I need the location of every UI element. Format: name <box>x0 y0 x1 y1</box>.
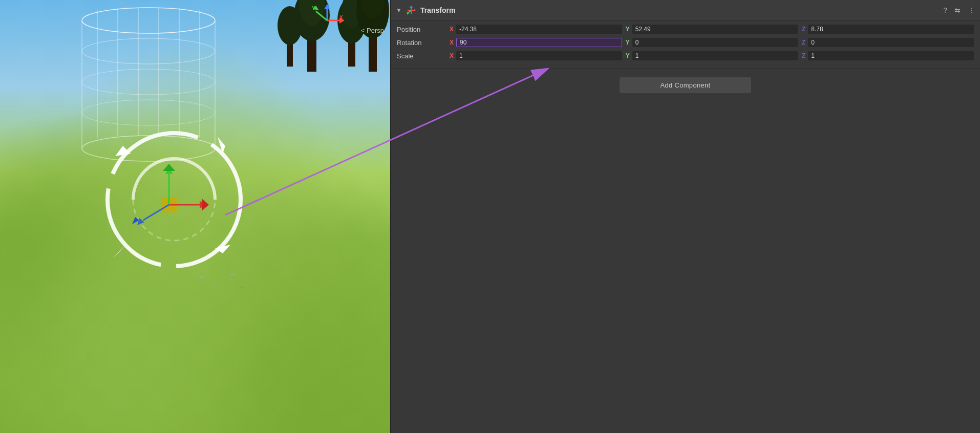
rotation-z-letter: Z <box>800 39 807 46</box>
svg-text:Z: Z <box>326 4 329 8</box>
rotation-y-letter: Y <box>624 39 631 46</box>
transform-title: Transform <box>420 6 939 14</box>
debris <box>195 266 256 297</box>
svg-marker-38 <box>163 164 175 171</box>
rotation-inputs: X Y Z <box>448 38 974 47</box>
scale-inputs: X Y Z <box>448 51 974 60</box>
svg-text:X: X <box>339 15 343 20</box>
rotation-z-input[interactable] <box>808 38 974 47</box>
scale-z-group: Z <box>800 51 974 60</box>
svg-marker-37 <box>202 199 209 211</box>
preset-button[interactable]: ⇆ <box>954 6 961 14</box>
svg-marker-54 <box>410 6 413 8</box>
rotation-y-group: Y <box>624 38 798 47</box>
rotation-z-group: Z <box>800 38 974 47</box>
scale-x-input[interactable] <box>456 51 622 60</box>
scale-z-input[interactable] <box>808 51 974 60</box>
scale-label: Scale <box>397 52 448 60</box>
more-options-button[interactable]: ⋮ <box>968 6 975 14</box>
svg-rect-41 <box>215 284 218 285</box>
position-x-group: X <box>448 25 622 34</box>
svg-rect-43 <box>241 286 243 288</box>
position-y-group: Y <box>624 25 798 34</box>
position-y-letter: Y <box>624 26 631 33</box>
svg-rect-40 <box>200 275 204 279</box>
scale-x-letter: X <box>448 52 455 59</box>
svg-point-23 <box>82 69 215 95</box>
position-label: Position <box>397 26 448 33</box>
svg-marker-56 <box>414 9 416 12</box>
position-row: Position X Y Z <box>397 24 974 35</box>
viewport-panel: Z X Y < Persp <box>0 0 390 433</box>
svg-point-8 <box>278 6 302 45</box>
transform-component-header: ▼ Transform ? ⇆ ⋮ <box>391 0 980 20</box>
perspective-label: < Persp <box>361 27 384 34</box>
rotation-x-group: X <box>448 38 622 47</box>
rotation-y-input[interactable] <box>632 38 798 47</box>
add-component-button[interactable]: Add Component <box>620 77 752 93</box>
position-y-input[interactable] <box>632 25 798 34</box>
svg-point-12 <box>82 8 215 33</box>
scale-y-input[interactable] <box>632 51 798 60</box>
component-divider <box>391 69 980 69</box>
orientation-gizmo[interactable]: Z X Y <box>311 4 344 37</box>
add-component-area: Add Component <box>391 71 980 99</box>
svg-rect-42 <box>230 273 235 276</box>
component-actions: ? ⇆ ⋮ <box>943 6 975 14</box>
scale-y-letter: Y <box>624 52 631 59</box>
scale-z-letter: Z <box>800 52 807 59</box>
rotation-x-input[interactable] <box>456 38 622 47</box>
inspector-panel: ▼ Transform ? ⇆ ⋮ Position X <box>390 0 980 433</box>
position-x-letter: X <box>448 26 455 33</box>
rotation-x-letter: X <box>448 39 455 46</box>
rotation-label: Rotation <box>397 39 448 47</box>
position-z-letter: Z <box>800 26 807 33</box>
svg-point-22 <box>82 38 215 64</box>
collapse-arrow[interactable]: ▼ <box>396 7 402 14</box>
scale-row: Scale X Y Z <box>397 50 974 61</box>
move-tool-arrows[interactable] <box>128 164 210 246</box>
svg-marker-29 <box>113 245 125 258</box>
rotation-row: Rotation X Y Z <box>397 37 974 48</box>
scale-x-group: X <box>448 51 622 60</box>
transform-fields: Position X Y Z Rotation <box>391 20 980 67</box>
position-x-input[interactable] <box>456 25 622 34</box>
help-button[interactable]: ? <box>943 6 947 14</box>
position-z-group: Z <box>800 25 974 34</box>
scale-y-group: Y <box>624 51 798 60</box>
svg-text:Y: Y <box>312 6 315 11</box>
svg-marker-36 <box>137 218 144 225</box>
position-inputs: X Y Z <box>448 25 974 34</box>
position-z-input[interactable] <box>808 25 974 34</box>
transform-icon <box>406 5 416 15</box>
svg-line-50 <box>316 11 327 20</box>
